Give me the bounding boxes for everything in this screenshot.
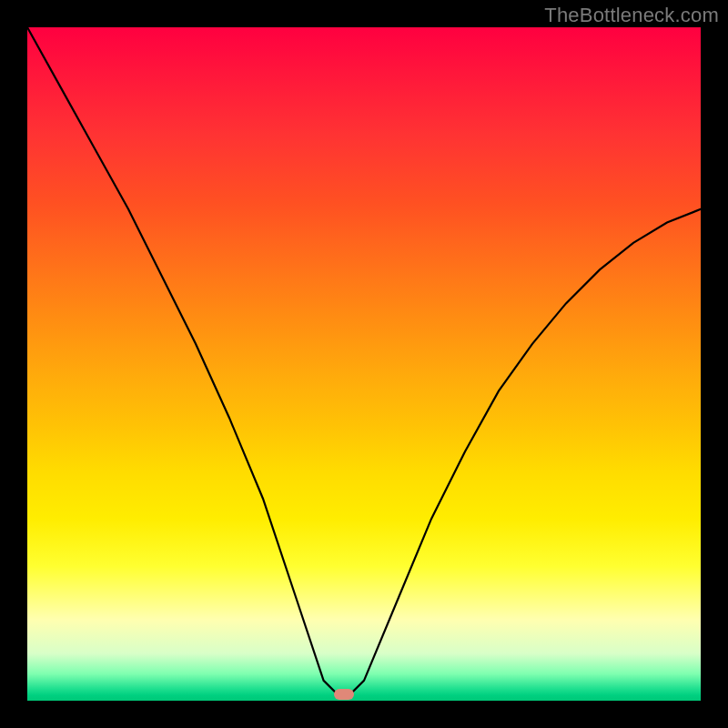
watermark-text: TheBottleneck.com <box>544 4 719 27</box>
bottleneck-curve <box>27 27 701 701</box>
optimal-point-marker <box>334 689 354 700</box>
curve-line <box>27 27 701 694</box>
chart-frame: TheBottleneck.com <box>0 0 728 728</box>
plot-area <box>27 27 701 701</box>
